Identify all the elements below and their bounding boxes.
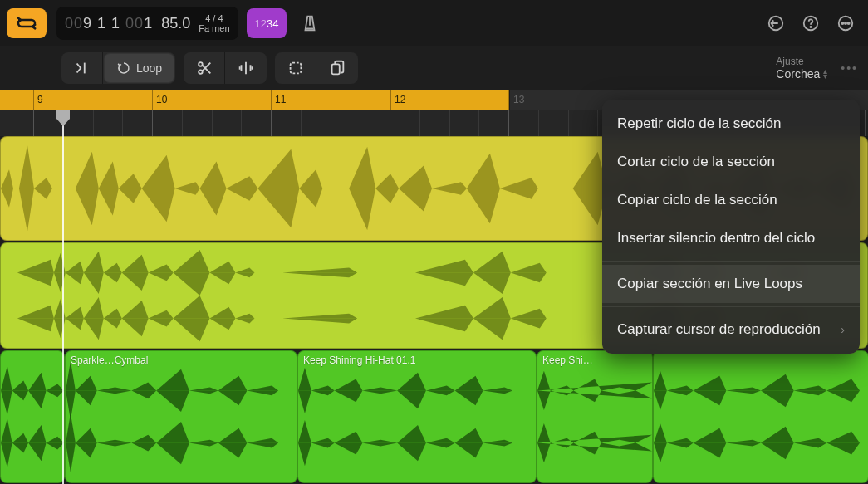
snap-label: Ajuste (776, 56, 803, 67)
audio-region-green[interactable] (653, 350, 868, 483)
menu-insert-silence[interactable]: Insertar silencio dentro del ciclo (602, 219, 860, 257)
svg-point-5 (845, 22, 846, 24)
playhead-line (62, 110, 64, 484)
edit-toolbar: Loop Ajuste Corchea ▴▾ ••• (0, 46, 868, 90)
split-button[interactable] (225, 52, 267, 84)
insert-marker-button[interactable] (61, 52, 103, 84)
copy-button[interactable] (316, 52, 358, 84)
count-in-button[interactable]: 1234 (247, 8, 287, 38)
cycle-range[interactable] (0, 90, 509, 110)
audio-region-green[interactable]: Keep Shi… (537, 350, 653, 483)
ruler-tick: 12 (390, 90, 405, 110)
loop-tool-button[interactable]: Loop (105, 54, 174, 82)
svg-point-2 (810, 27, 811, 27)
transport-bar: 009 1 1 001 85.0 4 / 4 Fa men 1234 (0, 0, 868, 46)
menu-copy-cycle[interactable]: Copiar ciclo de la sección (602, 181, 860, 219)
menu-copy-live-loops[interactable]: Copiar sección en Live Loops (602, 265, 860, 303)
timesig-key-display[interactable]: 4 / 4 Fa men (199, 13, 229, 33)
menu-repeat-cycle[interactable]: Repetir ciclo de la sección (602, 105, 860, 143)
ruler-tick: 11 (271, 90, 286, 110)
audio-region-green[interactable]: Sparkle…Cymbal (65, 350, 297, 483)
snap-value: Corchea (776, 67, 820, 81)
more-button[interactable] (830, 7, 861, 39)
lcd-display[interactable]: 009 1 1 001 85.0 4 / 4 Fa men (56, 7, 238, 40)
ruler-tick: 10 (152, 90, 167, 110)
undo-button[interactable] (760, 7, 792, 39)
help-button[interactable] (795, 7, 826, 39)
marquee-button[interactable] (275, 52, 316, 84)
ruler-tick: 13 (509, 90, 524, 110)
svg-rect-10 (332, 64, 340, 74)
tempo-display[interactable]: 85.0 (161, 15, 190, 32)
scissors-button[interactable] (184, 52, 225, 84)
toolbar-more-button[interactable]: ••• (841, 61, 858, 75)
cycle-button[interactable] (7, 8, 47, 38)
chevron-right-icon: › (841, 323, 845, 336)
loop-tool-label: Loop (136, 61, 162, 75)
audio-region-green[interactable] (0, 350, 65, 483)
context-menu: Repetir ciclo de la sección Cortar ciclo… (602, 100, 860, 354)
svg-point-6 (848, 22, 850, 24)
menu-capture-playhead[interactable]: Capturar cursor de reproducción › (602, 310, 860, 349)
chevron-updown-icon: ▴▾ (823, 69, 827, 79)
metronome-button[interactable] (293, 8, 326, 38)
audio-region-green[interactable]: Keep Shining Hi-Hat 01.1 (297, 350, 537, 483)
playhead[interactable] (56, 110, 70, 126)
position-display: 009 1 1 001 (65, 15, 153, 32)
svg-point-4 (841, 22, 843, 24)
svg-rect-9 (290, 63, 301, 74)
snap-selector[interactable]: Ajuste Corchea ▴▾ (776, 56, 832, 81)
ruler-tick: 9 (33, 90, 43, 110)
menu-cut-cycle[interactable]: Cortar ciclo de la sección (602, 143, 860, 181)
